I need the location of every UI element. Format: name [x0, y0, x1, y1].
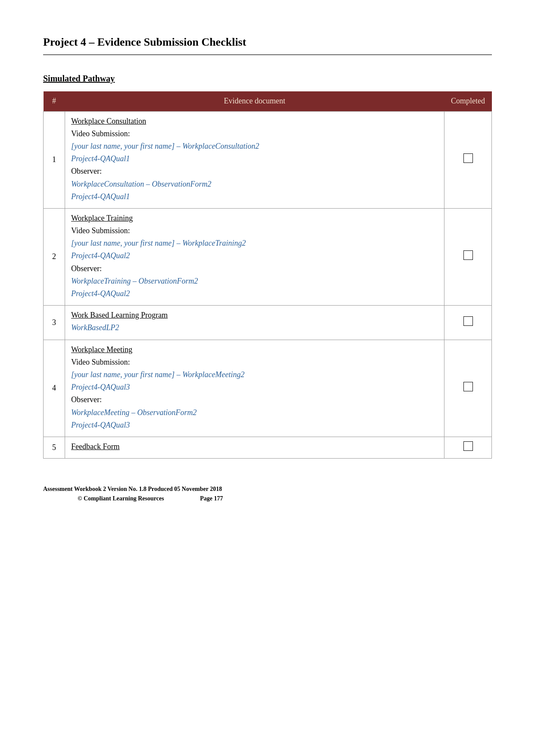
evidence-item: Work Based Learning Program — [71, 310, 438, 321]
evidence-item: Workplace Consultation — [71, 116, 438, 127]
evidence-item: Project4-QAQual3 — [71, 382, 438, 393]
row-number: 4 — [44, 340, 65, 437]
footer-line1: Assessment Workbook 2 Version No. 1.8 Pr… — [43, 484, 492, 494]
evidence-item: Workplace Training — [71, 213, 438, 224]
header-completed: Completed — [444, 91, 492, 111]
footer: Assessment Workbook 2 Version No. 1.8 Pr… — [43, 484, 492, 504]
header-hash: # — [44, 91, 65, 111]
evidence-item: Feedback Form — [71, 441, 438, 452]
footer-copyright: © Compliant Learning Resources — [78, 495, 164, 502]
footer-line2: © Compliant Learning Resources Page 177 — [43, 494, 492, 503]
evidence-item: Project4-QAQual2 — [71, 288, 438, 299]
checkbox[interactable] — [463, 441, 473, 451]
completed-cell[interactable] — [444, 340, 492, 437]
evidence-item: WorkplaceMeeting – ObservationForm2 — [71, 407, 438, 418]
evidence-cell: Workplace MeetingVideo Submission:[your … — [65, 340, 444, 437]
row-number: 3 — [44, 306, 65, 340]
evidence-item: [your last name, your first name] – Work… — [71, 238, 438, 249]
evidence-item: Project4-QAQual1 — [71, 153, 438, 164]
checkbox[interactable] — [463, 153, 473, 163]
evidence-item: Video Submission: — [71, 225, 438, 236]
table-row: 3Work Based Learning ProgramWorkBasedLP2 — [44, 306, 492, 340]
section-title: Simulated Pathway — [43, 72, 492, 84]
evidence-item: Observer: — [71, 394, 438, 405]
row-number: 2 — [44, 208, 65, 305]
row-number: 5 — [44, 437, 65, 458]
checkbox[interactable] — [463, 316, 473, 326]
evidence-table: # Evidence document Completed 1Workplace… — [43, 91, 492, 459]
header-evidence: Evidence document — [65, 91, 444, 111]
completed-cell[interactable] — [444, 306, 492, 340]
evidence-cell: Feedback Form — [65, 437, 444, 458]
evidence-item: WorkBasedLP2 — [71, 322, 438, 333]
evidence-item: Video Submission: — [71, 128, 438, 139]
evidence-item: Workplace Meeting — [71, 344, 438, 355]
evidence-cell: Work Based Learning ProgramWorkBasedLP2 — [65, 306, 444, 340]
evidence-item: [your last name, your first name] – Work… — [71, 369, 438, 380]
evidence-item: Project4-QAQual1 — [71, 191, 438, 202]
evidence-item: Video Submission: — [71, 357, 438, 368]
checkbox[interactable] — [463, 382, 473, 391]
completed-cell[interactable] — [444, 111, 492, 208]
row-number: 1 — [44, 111, 65, 208]
checkbox[interactable] — [463, 250, 473, 260]
table-row: 1Workplace ConsultationVideo Submission:… — [44, 111, 492, 208]
evidence-cell: Workplace ConsultationVideo Submission:[… — [65, 111, 444, 208]
completed-cell[interactable] — [444, 437, 492, 458]
evidence-item: Project4-QAQual3 — [71, 420, 438, 431]
evidence-item: WorkplaceConsultation – ObservationForm2 — [71, 179, 438, 190]
evidence-item: [your last name, your first name] – Work… — [71, 141, 438, 152]
table-row: 5Feedback Form — [44, 437, 492, 458]
evidence-item: Observer: — [71, 263, 438, 274]
completed-cell[interactable] — [444, 208, 492, 305]
evidence-cell: Workplace TrainingVideo Submission:[your… — [65, 208, 444, 305]
table-row: 2Workplace TrainingVideo Submission:[you… — [44, 208, 492, 305]
table-row: 4Workplace MeetingVideo Submission:[your… — [44, 340, 492, 437]
page-title: Project 4 – Evidence Submission Checklis… — [43, 34, 492, 55]
footer-page: Page 177 — [200, 495, 223, 502]
evidence-item: WorkplaceTraining – ObservationForm2 — [71, 276, 438, 287]
evidence-item: Project4-QAQual2 — [71, 250, 438, 261]
evidence-item: Observer: — [71, 166, 438, 177]
